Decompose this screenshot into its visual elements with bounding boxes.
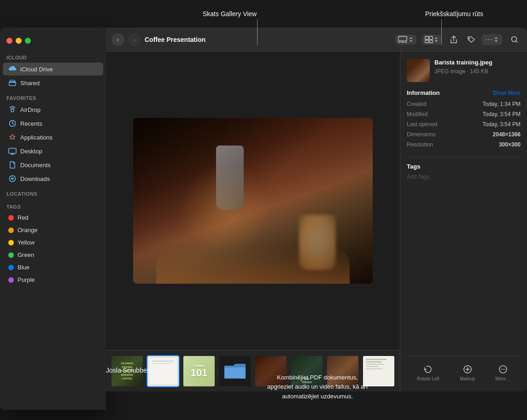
markup-action[interactable]: Markup <box>456 362 479 384</box>
preview-row-modified: Modified Today, 3:54 PM <box>407 111 521 117</box>
maximize-button[interactable] <box>25 38 31 44</box>
svg-point-20 <box>504 369 505 370</box>
sidebar-item-documents[interactable]: Documents <box>3 158 103 171</box>
thumb-photo-inner <box>327 356 358 386</box>
sidebar-item-shared[interactable]: Shared <box>3 76 103 89</box>
thumb-doc-line1 <box>366 359 386 360</box>
content-area: GROWINGPICKINGROASTINGBREWINGCOFFEE <box>106 52 527 391</box>
tag-dot-red <box>8 215 14 221</box>
share-icon <box>450 35 457 44</box>
minimize-button[interactable] <box>16 38 22 44</box>
preview-filename: Barista training.jpeg <box>434 59 521 67</box>
svg-rect-13 <box>429 40 433 43</box>
thumb-doc-line2 <box>366 362 381 362</box>
sidebar-item-tag-red[interactable]: Red <box>3 212 103 223</box>
scrubber-item-book[interactable]: GROWINGPICKINGROASTINGBREWINGCOFFEE <box>111 355 144 387</box>
more-label: More… <box>495 376 510 381</box>
add-tags-placeholder[interactable]: Add Tags… <box>407 174 521 180</box>
desktop-label: Desktop <box>20 148 42 155</box>
close-button[interactable] <box>6 38 12 44</box>
tag-label-orange: Orange <box>18 227 37 233</box>
scrubber-item-folder[interactable] <box>218 355 252 387</box>
sidebar-item-airdrop[interactable]: AirDrop <box>3 103 103 116</box>
grid-view-control[interactable] <box>422 35 441 45</box>
more-actions-control[interactable]: ··· <box>482 34 502 45</box>
tag-label-red: Red <box>18 214 29 221</box>
svg-point-19 <box>503 369 504 370</box>
dimensions-label: Dimensions <box>407 131 436 138</box>
tag-dot-blue <box>8 265 14 270</box>
airdrop-label: AirDrop <box>20 106 41 113</box>
icloud-section-label: iCloud <box>0 49 106 62</box>
tags-section-label: Tags <box>0 198 106 211</box>
tag-label-yellow: Yellow <box>18 239 35 246</box>
view-mode-control[interactable] <box>395 35 416 45</box>
window-title: Coffee Presentation <box>145 36 392 43</box>
share-button[interactable] <box>447 33 461 47</box>
forward-button[interactable]: › <box>128 33 141 46</box>
scrubber-item-document[interactable] <box>362 355 395 387</box>
thumb-101-label2: 101 <box>191 368 208 378</box>
last-opened-value: Today, 3:54 PM <box>483 121 521 128</box>
thumb-doc-line5 <box>366 368 382 369</box>
thumb-101-inner: Coffee 101 <box>183 356 215 386</box>
annotation-pdf-line3: automatizējiet uzdevumus. <box>282 393 353 400</box>
photo-light <box>179 164 271 256</box>
thumb-beans-inner <box>255 356 287 386</box>
created-label: Created <box>407 101 427 107</box>
more-action-icon <box>498 364 508 374</box>
sidebar-item-tag-yellow[interactable]: Yellow <box>3 237 103 248</box>
sidebar-item-recents[interactable]: Recents <box>3 117 103 130</box>
back-button[interactable]: ‹ <box>111 33 124 46</box>
gallery-area: GROWINGPICKINGROASTINGBREWINGCOFFEE <box>106 52 400 391</box>
svg-rect-4 <box>9 148 16 153</box>
preview-footer: Rotate Left Markup <box>407 356 521 384</box>
sidebar-item-tag-orange[interactable]: Orange <box>3 224 103 236</box>
sidebar-item-downloads[interactable]: Downloads <box>3 172 103 185</box>
show-more-button[interactable]: Show More <box>492 90 521 96</box>
scrubber-item-slides[interactable] <box>146 355 180 387</box>
information-label: Information <box>407 89 440 96</box>
sidebar-item-applications[interactable]: Applications <box>3 131 103 144</box>
annotation-gallery-view: Skats Gallery View <box>203 10 257 18</box>
view-chevrons-icon <box>408 36 414 43</box>
search-icon <box>511 36 518 43</box>
sidebar-item-desktop[interactable]: Desktop <box>3 145 103 158</box>
applications-icon <box>8 133 17 141</box>
preview-header: Barista training.jpeg JPEG image · 145 K… <box>407 59 521 82</box>
sidebar-item-tag-purple[interactable]: Purple <box>3 274 103 286</box>
sidebar-item-icloud-drive[interactable]: iCloud Drive <box>3 63 103 76</box>
annotation-preview-pane: Priekšskatījumu rūts <box>425 10 483 18</box>
tag-button[interactable] <box>464 33 478 47</box>
svg-rect-10 <box>425 36 428 40</box>
icloud-drive-label: iCloud Drive <box>20 66 53 73</box>
rotate-left-label: Rotate Left <box>417 376 439 381</box>
downloads-label: Downloads <box>20 175 50 182</box>
rotate-left-action[interactable]: Rotate Left <box>413 362 443 384</box>
thumb-book-text: GROWINGPICKINGROASTINGBREWINGCOFFEE <box>120 362 134 380</box>
thumb-doc-inner <box>363 356 394 386</box>
photo-hand <box>156 247 350 284</box>
coffee-photo <box>133 118 373 284</box>
preview-file-info: Barista training.jpeg JPEG image · 145 K… <box>434 59 521 75</box>
search-button[interactable] <box>508 33 521 47</box>
grid-chevron-icon <box>434 36 439 43</box>
more-action[interactable]: More… <box>492 362 514 384</box>
sidebar-item-tag-green[interactable]: Green <box>3 249 103 261</box>
svg-point-2 <box>11 109 14 112</box>
scrubber-item-101[interactable]: Coffee 101 <box>182 355 216 387</box>
scrubber-item-photo[interactable] <box>326 355 359 387</box>
tag-label-green: Green <box>18 251 34 258</box>
grid-icon <box>425 36 433 43</box>
sidebar-item-tag-blue[interactable]: Blue <box>3 262 103 273</box>
annotation-preview-pane-text: Priekšskatījumu rūts <box>425 10 483 18</box>
scrubber-item-values[interactable]: OurValues <box>290 355 323 387</box>
thumb-doc-line3 <box>366 364 384 365</box>
tag-label-purple: Purple <box>18 276 35 283</box>
thumb-folder-inner <box>219 356 251 386</box>
scrubber-item-beans[interactable] <box>254 355 287 387</box>
rotate-left-icon <box>423 364 433 374</box>
gallery-image <box>133 118 373 284</box>
preview-row-dimensions: Dimensions 2048×1366 <box>407 131 521 138</box>
thumb-slide-line2 <box>152 363 172 364</box>
